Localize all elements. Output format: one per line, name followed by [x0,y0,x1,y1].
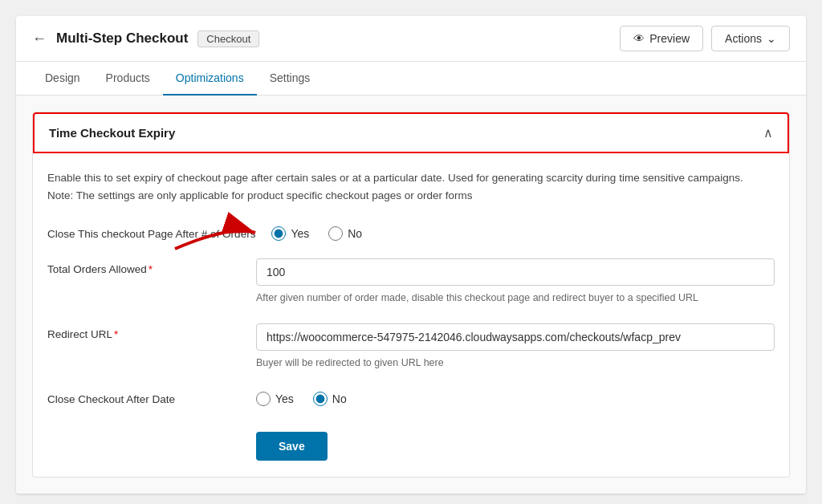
redirect-url-controls: Buyer will be redirected to given URL he… [256,323,775,371]
page-title: Multi-Step Checkout [56,30,188,47]
eye-icon: 👁 [633,32,645,45]
close-after-orders-controls: Yes No [271,223,775,241]
total-orders-input[interactable] [256,258,775,286]
back-button[interactable]: ← [32,30,47,47]
tab-optimizations[interactable]: Optimizations [163,62,257,96]
collapse-button[interactable]: ∧ [763,125,773,140]
preview-label: Preview [649,32,690,45]
save-button[interactable]: Save [256,432,328,461]
close-after-date-label: Close Checkout After Date [47,388,240,405]
total-orders-row: Total Orders Allowed* After given number… [47,258,775,306]
preview-button[interactable]: 👁 Preview [620,26,703,51]
total-orders-label: Total Orders Allowed* [47,258,240,275]
close-after-date-yes[interactable]: Yes [256,392,294,406]
close-after-date-row: Close Checkout After Date Yes No [47,388,775,406]
actions-button[interactable]: Actions ⌄ [711,26,790,51]
redirect-url-label: Redirect URL* [47,323,240,340]
tab-products[interactable]: Products [93,62,163,96]
tab-settings[interactable]: Settings [257,62,324,96]
top-bar-right: 👁 Preview Actions ⌄ [620,26,790,51]
checkout-badge: Checkout [197,30,259,47]
close-after-orders-radio-group: Yes No [271,223,775,241]
section-description: Enable this to set expiry of checkout pa… [47,169,775,204]
section-header: Time Checkout Expiry ∧ [33,112,789,153]
save-row: Save [47,424,775,461]
top-bar: ← Multi-Step Checkout Checkout 👁 Preview… [16,16,806,62]
close-after-date-radio-group: Yes No [256,388,775,406]
section-title: Time Checkout Expiry [49,126,175,140]
section-body: Enable this to set expiry of checkout pa… [33,153,789,477]
close-after-orders-no[interactable]: No [328,226,362,241]
actions-label: Actions [725,32,762,45]
close-after-orders-row: Close This checkout Page After # of Orde… [47,223,775,241]
section-card: Time Checkout Expiry ∧ Enable this to se… [32,112,790,478]
nav-tabs: Design Products Optimizations Settings [16,62,806,96]
close-after-orders-yes[interactable]: Yes [271,226,309,241]
tab-design[interactable]: Design [32,62,93,96]
close-after-orders-label: Close This checkout Page After # of Orde… [47,223,255,240]
total-orders-hint: After given number of order made, disabl… [256,291,775,306]
redirect-url-input[interactable] [256,323,775,351]
chevron-down-icon: ⌄ [767,32,776,45]
close-after-date-no[interactable]: No [313,392,347,406]
close-after-date-controls: Yes No [256,388,775,406]
content-area: Time Checkout Expiry ∧ Enable this to se… [16,96,806,494]
total-orders-controls: After given number of order made, disabl… [256,258,775,306]
redirect-url-hint: Buyer will be redirected to given URL he… [256,356,775,371]
redirect-url-row: Redirect URL* Buyer will be redirected t… [47,323,775,371]
top-bar-left: ← Multi-Step Checkout Checkout [32,30,259,47]
